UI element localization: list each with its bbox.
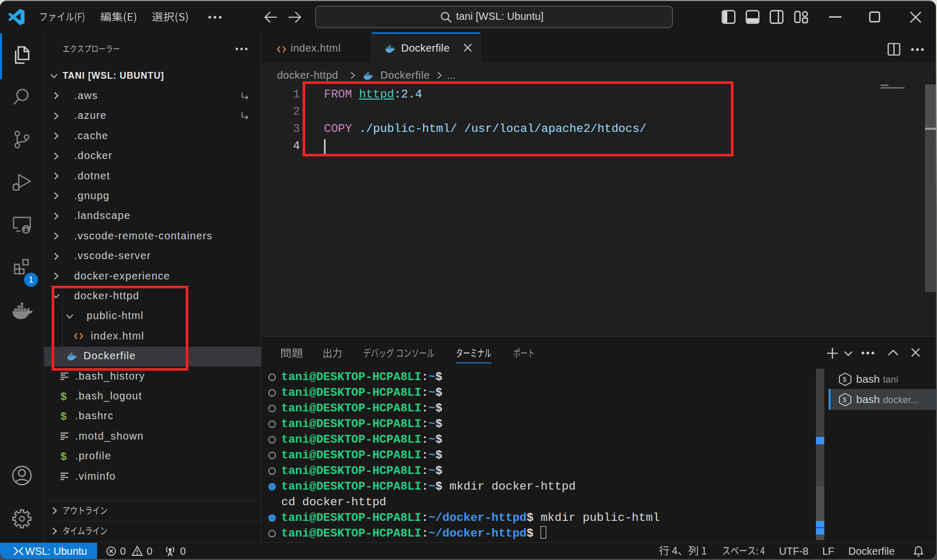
svg-text:$: $ <box>843 396 847 404</box>
svg-text:$: $ <box>843 376 847 384</box>
